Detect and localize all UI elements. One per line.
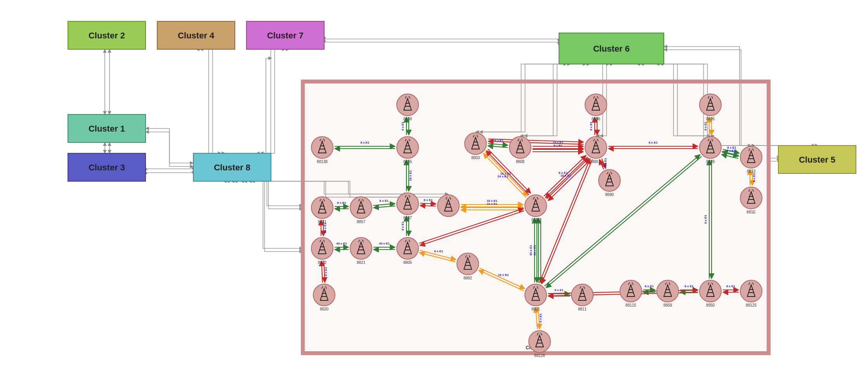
svg-point-11 (740, 187, 762, 209)
link-capacity-label: 16 x E1 (561, 174, 571, 177)
node-id-label: 8855 (403, 160, 412, 164)
tower-node-hub[interactable] (437, 195, 459, 217)
link-capacity-label: 16 x E1 (498, 273, 509, 277)
svg-point-20 (457, 253, 479, 275)
inter-cluster-link (146, 132, 193, 166)
svg-point-1 (311, 137, 333, 158)
node-id-label: 8857 (357, 220, 366, 224)
node-id-label: 8801 (531, 307, 540, 311)
node-id-label: 8950 (706, 303, 715, 307)
link-capacity-label: 8 x E1 (726, 149, 736, 153)
svg-point-3 (585, 94, 607, 116)
svg-point-28 (529, 331, 550, 352)
inter-cluster-link (234, 181, 303, 209)
inter-cluster-link (260, 49, 289, 153)
node-id-label: 8802 (531, 218, 540, 222)
svg-point-6 (509, 137, 531, 158)
diagram-canvas: Cluster 9 Cluster 2Cluster 4Cluster 7Clu… (0, 0, 868, 378)
svg-point-5 (465, 133, 486, 154)
svg-point-0 (397, 94, 418, 116)
inter-cluster-link (200, 49, 225, 153)
node-id-label: 8882 (464, 276, 472, 280)
node-id-label: 8889 (706, 160, 715, 164)
node-id-label: 8821 (357, 260, 366, 265)
link-capacity-label: 8 x E1 (360, 141, 370, 144)
link-capacity-label: 40 x E1 (379, 242, 390, 245)
inter-cluster-link (260, 58, 272, 153)
svg-point-17 (311, 238, 333, 259)
link-capacity-label: 8 x E1 (337, 201, 346, 205)
node-id-label: 88138 (317, 160, 328, 164)
c8-label: Cluster 8 (214, 163, 250, 172)
link-capacity-label: 8 x E1 (380, 199, 389, 203)
svg-point-26 (700, 280, 721, 302)
svg-point-23 (313, 284, 335, 306)
node-id-label: 8858 (403, 117, 412, 121)
link-capacity-label: 8 x E1 (401, 221, 404, 231)
svg-point-22 (525, 284, 547, 306)
link-capacity-label: 8 x E1 (604, 158, 607, 167)
node-id-label: 8808 (516, 160, 525, 164)
link-capacity-label: 16 x E1 (323, 222, 327, 233)
node-id-label: 8811 (578, 307, 587, 311)
svg-point-10 (599, 170, 620, 191)
node-id-label: 881E (746, 210, 756, 214)
inter-cluster-link (231, 181, 303, 206)
node-id-label: 8851 (318, 220, 327, 224)
node-id-label: 8822 (318, 260, 327, 265)
link-capacity-label: 8 x E1 (726, 284, 736, 288)
svg-point-8 (700, 137, 721, 158)
c1-label: Cluster 1 (89, 124, 125, 134)
link-capacity-label: 8 x E1 (401, 121, 404, 131)
svg-point-15 (525, 195, 547, 217)
node-id-label: 8867 (403, 216, 412, 220)
node-id-label: 8896 (592, 117, 601, 121)
node-id-label: 88128 (534, 354, 545, 358)
link-capacity-label: 8 x E1 (424, 198, 433, 202)
link-capacity-label: 8 x E1 (704, 215, 707, 224)
svg-point-9 (740, 146, 762, 168)
link-capacity-label: 40 x E1 (336, 242, 347, 245)
svg-point-14 (397, 193, 418, 215)
link-capacity-label: 42 x E1 (529, 245, 533, 256)
svg-point-4 (700, 94, 721, 116)
svg-point-2 (397, 137, 418, 158)
link-capacity-label: 8 x E1 (324, 267, 328, 276)
svg-point-7 (585, 137, 607, 158)
svg-point-18 (350, 238, 372, 259)
svg-point-27 (740, 280, 762, 302)
inter-cluster-link (256, 49, 285, 153)
link-capacity-label: 16 x E1 (487, 202, 498, 206)
link-capacity-label: 16 x E1 (533, 245, 536, 256)
link-capacity-label: 8 x E1 (554, 144, 563, 147)
svg-point-25 (657, 280, 679, 302)
inter-cluster-link (223, 181, 303, 248)
node-id-label: 88115 (625, 303, 636, 307)
link-capacity-label: 8 x E1 (589, 121, 593, 131)
node-id-label: 88125 (746, 303, 757, 307)
inter-cluster-link (324, 35, 559, 43)
inter-cluster-link (146, 167, 193, 171)
node-id-label: 8805 (403, 260, 412, 265)
link-capacity-label: 8 x E1 (649, 141, 658, 144)
link-capacity-label: 16 x E1 (409, 170, 412, 181)
node-id-label: 8881 (592, 160, 601, 164)
link-capacity-label: 8 x E1 (554, 288, 564, 292)
svg-point-19 (397, 238, 418, 259)
svg-point-24 (620, 280, 642, 302)
node-id-label: 8803 (471, 156, 480, 160)
c6-label: Cluster 6 (593, 44, 630, 54)
link-capacity-label: 8 x E1 (539, 313, 542, 323)
inter-cluster-link (196, 49, 221, 153)
svg-point-16 (437, 195, 459, 217)
c5-label: Cluster 5 (799, 155, 835, 165)
svg-point-12 (311, 197, 333, 218)
c7-label: Cluster 7 (267, 31, 304, 40)
link-capacity-label: 8 x E1 (704, 121, 707, 131)
link-capacity-label: 8 x E1 (752, 173, 756, 182)
node-id-label: 8859 (663, 303, 672, 307)
link-capacity-label: 8 x E1 (645, 284, 654, 288)
svg-point-21 (571, 284, 593, 306)
node-id-label: 8890 (605, 192, 614, 197)
c3-label: Cluster 3 (89, 163, 125, 172)
